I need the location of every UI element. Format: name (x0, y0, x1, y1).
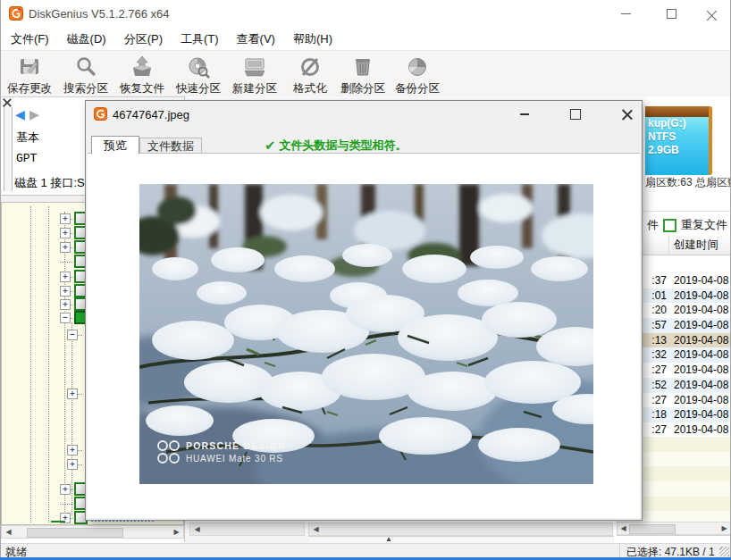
dialog-minimize-button[interactable] (509, 104, 540, 124)
window-title: DiskGenius V5.1.2.766 x64 (29, 7, 170, 21)
watermark-line2: HUAWEI Mate 30 RS (186, 454, 283, 464)
tree-expand-toggle[interactable] (67, 330, 78, 340)
scroll-right-icon[interactable]: ▶ (171, 527, 182, 537)
search-partition-label: 搜索分区 (58, 81, 113, 96)
file-date: 2019-04-08 (674, 303, 728, 318)
tree-expand-toggle[interactable] (60, 286, 71, 297)
backup-partition-label: 备份分区 (390, 81, 445, 96)
file-date: 2019-04-08 (674, 273, 728, 288)
trash-icon (335, 53, 391, 81)
resize-grip-icon[interactable] (719, 547, 729, 556)
tree-expand-toggle[interactable] (60, 484, 71, 495)
quick-partition-label: 快速分区 (171, 81, 226, 96)
save-changes-button[interactable]: 保存更改 (2, 53, 57, 95)
diskgenius-logo-icon (9, 6, 23, 24)
format-button[interactable]: 格式化 (285, 53, 335, 95)
diskgenius-window: DiskGenius V5.1.2.766 x64 文件(F)磁盘(D)分区(P… (0, 0, 731, 560)
browser-horizontal-scrollbar[interactable]: ◀ (308, 522, 613, 536)
partition-size: 2.9GB (645, 144, 709, 157)
scroll-left-icon[interactable]: ◀ (310, 524, 322, 534)
scroll-right-icon[interactable]: ▶ (718, 523, 730, 533)
search-partition-button[interactable]: 搜索分区 (58, 53, 113, 95)
delete-partition-button[interactable]: 删除分区 (335, 53, 391, 95)
tab-preview[interactable]: 预览 (91, 136, 139, 154)
tree-selection-mark (51, 521, 65, 522)
close-icon (707, 9, 717, 19)
scroll-left-icon[interactable]: ◀ (3, 527, 14, 537)
file-date: 2019-04-08 (674, 288, 728, 304)
check-icon: ✔ (265, 138, 276, 153)
partition-name: kup(G:) (645, 117, 709, 130)
partition-box-g[interactable]: kup(G:) NTFS 2.9GB (645, 106, 712, 175)
format-icon (285, 53, 335, 81)
file-time: :01 (640, 288, 667, 304)
tree-expand-toggle[interactable] (67, 459, 78, 470)
menu-item[interactable]: 分区(P) (115, 27, 172, 52)
new-partition-button[interactable]: 新建分区 (227, 53, 282, 95)
tree-expand-toggle[interactable] (60, 213, 71, 224)
forward-arrow-icon[interactable]: ▶ (29, 108, 39, 121)
tree-expand-toggle[interactable] (60, 313, 71, 323)
menu-item[interactable]: 帮助(H) (284, 27, 341, 52)
duplicate-files-label: 重复文件 (681, 217, 727, 233)
save-changes-label: 保存更改 (2, 81, 57, 96)
tree-guide-line (48, 206, 49, 522)
file-time: :18 (640, 407, 667, 422)
minimize-icon (520, 113, 529, 115)
file-time: :57 (640, 318, 667, 333)
backup-partition-button[interactable]: 备份分区 (390, 53, 445, 95)
window-border-left (0, 0, 1, 557)
tree-expand-toggle[interactable] (60, 272, 71, 282)
tree-expand-toggle[interactable] (67, 389, 78, 399)
preview-dialog: 46747647.jpeg 预览 文件数据 ✔文件头数据与类型相符。 (85, 100, 643, 521)
tree-expand-toggle[interactable] (60, 228, 71, 238)
scroll-left-icon[interactable]: ◀ (191, 524, 203, 534)
file-date: 2019-04-08 (674, 347, 728, 363)
column-header-created-time[interactable]: 创建时间 (631, 234, 731, 255)
menu-item[interactable]: 文件(F) (2, 27, 58, 52)
close-button[interactable] (692, 0, 731, 27)
recover-files-icon (114, 53, 170, 81)
tree-expand-toggle[interactable] (60, 299, 71, 310)
status-bar: 就绪 已选择: 47.1KB / 1 (0, 543, 731, 558)
minimize-button[interactable] (605, 0, 646, 27)
sidebar-item-basic[interactable]: 基本 (16, 130, 39, 146)
dialog-close-button[interactable] (611, 104, 642, 124)
file-time: :13 (640, 333, 667, 348)
file-time: :20 (640, 303, 667, 318)
menu-item[interactable]: 查看(V) (228, 27, 284, 52)
file-date: 2019-04-08 (674, 422, 728, 438)
close-icon (621, 109, 632, 120)
menu-item[interactable]: 工具(T) (172, 27, 228, 52)
dialog-maximize-button[interactable] (560, 104, 591, 124)
scrollbar-thumb[interactable] (27, 528, 123, 538)
sector-info: 扇区数:63 总扇区数 (645, 175, 731, 190)
scroll-left-icon[interactable]: ◀ (618, 523, 629, 533)
file-time: :27 (640, 393, 667, 408)
sidebar-item-disk1[interactable]: 磁盘 1 接口:S (14, 175, 85, 191)
sidebar-item-gpt[interactable]: GPT (16, 152, 37, 165)
tab-file-data[interactable]: 文件数据 (139, 138, 202, 154)
save-icon (2, 53, 57, 81)
file-date: 2019-04-08 (674, 333, 728, 348)
file-date: 2019-04-08 (674, 363, 728, 378)
recover-files-button[interactable]: 恢复文件 (114, 53, 170, 95)
scrollbar-thumb[interactable] (629, 524, 676, 534)
tree-expand-toggle[interactable] (67, 445, 78, 456)
new-partition-label: 新建分区 (227, 81, 282, 96)
watermark-line1: PORSCHE DESIGN (186, 440, 286, 451)
back-arrow-icon[interactable]: ◀ (15, 108, 25, 121)
tree-guide-line (30, 206, 31, 522)
vertical-scrollbar[interactable] (4, 107, 13, 191)
file-list-horizontal-scrollbar[interactable]: ◀ ▶ (617, 522, 731, 535)
tree-horizontal-scrollbar[interactable]: ◀ ▶ (1, 525, 184, 539)
partition-filesystem: NTFS (645, 130, 709, 144)
new-partition-icon (227, 53, 282, 81)
quick-partition-button[interactable]: 快速分区 (171, 53, 226, 95)
duplicate-files-checkbox[interactable] (663, 219, 676, 232)
maximize-button[interactable] (651, 0, 692, 27)
directory-horizontal-scrollbar[interactable]: ◀ (189, 522, 305, 536)
menu-item[interactable]: 磁盘(D) (58, 27, 115, 52)
file-date: 2019-04-08 (674, 393, 728, 408)
tree-expand-toggle[interactable] (60, 242, 71, 253)
